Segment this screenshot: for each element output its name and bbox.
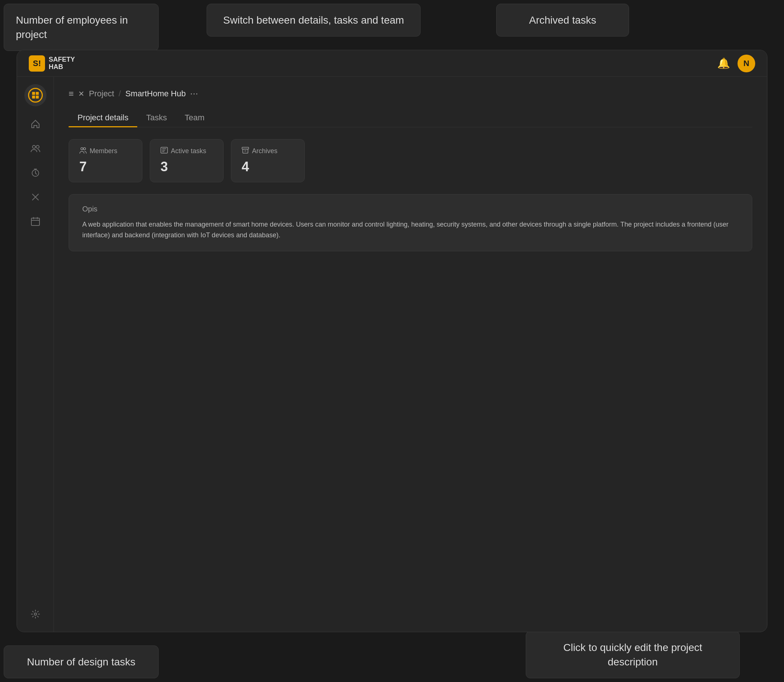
tooltip-edit-description-text: Click to quickly edit the project descri… (563, 642, 703, 668)
members-value: 7 (80, 159, 132, 175)
members-icon (80, 147, 87, 155)
sidebar-item-project[interactable] (25, 187, 46, 207)
tooltip-switch-tabs: Switch between details, tasks and team (207, 4, 421, 37)
breadcrumb-more-icon[interactable]: ⋯ (190, 89, 198, 99)
sidebar (17, 77, 54, 632)
logo-icon: S! (29, 55, 45, 72)
main-layout: ≡ ✕ Project / SmartHome Hub ⋯ Project de… (17, 77, 767, 632)
tab-tasks[interactable]: Tasks (137, 109, 176, 127)
sidebar-item-team[interactable] (25, 138, 46, 159)
breadcrumb-menu-icon[interactable]: ≡ (68, 89, 74, 99)
bell-icon[interactable]: 🔔 (717, 57, 730, 69)
svg-point-6 (36, 145, 39, 148)
app-window: S! SAFETY HAB 🔔 N (17, 50, 767, 632)
archives-value: 4 (242, 159, 294, 175)
svg-point-9 (34, 613, 37, 615)
top-bar: S! SAFETY HAB 🔔 N (17, 50, 767, 77)
archives-icon (242, 147, 249, 155)
active-tasks-label: Active tasks (161, 147, 213, 155)
active-tasks-card[interactable]: Active tasks 3 (150, 139, 224, 182)
members-card[interactable]: Members 7 (68, 139, 142, 182)
breadcrumb-project-link[interactable]: Project (89, 89, 114, 99)
sidebar-logo[interactable] (24, 84, 46, 106)
sidebar-item-calendar[interactable] (25, 211, 46, 232)
stats-row: Members 7 Active tasks (68, 139, 752, 182)
description-title: Opis (82, 205, 739, 213)
logo-text: SAFETY HAB (49, 56, 75, 71)
content-area: ≡ ✕ Project / SmartHome Hub ⋯ Project de… (54, 77, 767, 632)
active-tasks-icon (161, 147, 168, 155)
svg-rect-3 (32, 96, 35, 99)
members-label: Members (80, 147, 132, 155)
sidebar-item-timer[interactable] (25, 163, 46, 183)
breadcrumb-current-project: SmartHome Hub (126, 89, 186, 99)
tooltip-archived: Archived tasks (496, 4, 629, 37)
tab-team[interactable]: Team (176, 109, 213, 127)
top-bar-right: 🔔 N (717, 55, 755, 72)
svg-rect-1 (32, 92, 35, 95)
tooltip-employees: Number of employees in project (4, 4, 159, 51)
user-avatar[interactable]: N (738, 55, 755, 72)
tooltip-archived-text: Archived tasks (529, 14, 596, 26)
breadcrumb: ≡ ✕ Project / SmartHome Hub ⋯ (68, 89, 752, 99)
tooltip-employees-text: Number of employees in project (16, 14, 128, 40)
svg-rect-8 (31, 218, 40, 225)
breadcrumb-project-icon: ✕ (78, 89, 84, 98)
description-area[interactable]: Opis A web application that enables the … (68, 194, 752, 251)
tabs-navigation: Project details Tasks Team (68, 109, 752, 127)
tooltip-design-tasks: Number of design tasks (4, 645, 159, 678)
description-text: A web application that enables the manag… (82, 219, 739, 241)
active-tasks-value: 3 (161, 159, 213, 175)
svg-rect-2 (36, 92, 39, 95)
svg-point-5 (32, 145, 35, 148)
tab-project-details[interactable]: Project details (68, 109, 137, 127)
breadcrumb-separator: / (119, 89, 121, 99)
tooltip-switch-tabs-text: Switch between details, tasks and team (223, 14, 404, 26)
svg-rect-4 (36, 96, 39, 99)
tooltip-edit-description: Click to quickly edit the project descri… (526, 631, 740, 678)
logo-area: S! SAFETY HAB (29, 55, 75, 72)
archives-label: Archives (242, 147, 294, 155)
sidebar-item-settings[interactable] (25, 604, 46, 625)
sidebar-item-home[interactable] (25, 114, 46, 134)
archives-card[interactable]: Archives 4 (231, 139, 305, 182)
tooltip-design-tasks-text: Number of design tasks (27, 656, 135, 668)
